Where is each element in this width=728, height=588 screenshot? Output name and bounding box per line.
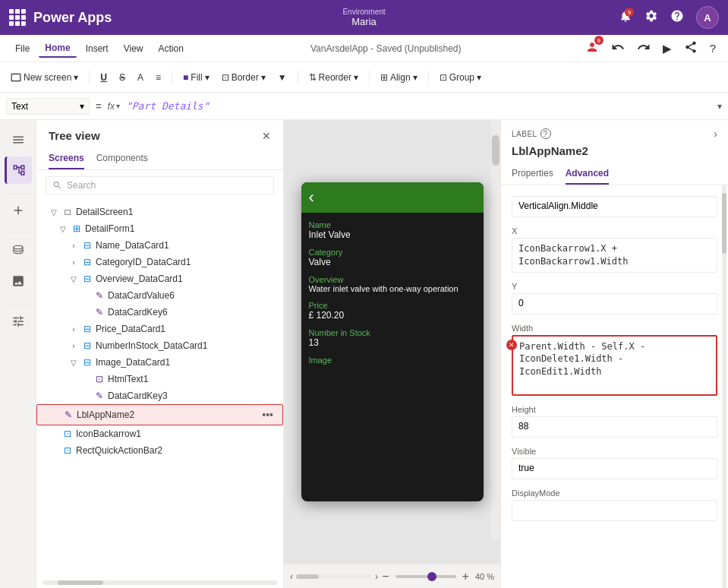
formula-input[interactable]	[126, 100, 711, 112]
canvas-vscroll[interactable]	[491, 120, 500, 539]
canvas-bottom-bar: ‹ › − + 40 %	[284, 564, 500, 588]
prop-value-Y[interactable]: 0	[512, 293, 717, 315]
reorder-button[interactable]: ⇅ Reorder ▾	[304, 69, 363, 86]
tree-close-icon[interactable]: ✕	[262, 130, 271, 142]
sidebar-settings-icon[interactable]	[5, 308, 32, 335]
node-label-Image_DataCard1: Image_DataCard1	[96, 357, 277, 368]
font-size-button[interactable]: A	[133, 69, 148, 86]
gear-icon[interactable]	[644, 9, 658, 26]
tree-node-Overview_DataCard1[interactable]: ▽ ⊟ Overview_DataCard1	[36, 270, 283, 287]
tab-screens[interactable]: Screens	[49, 148, 84, 169]
prop-value-Width[interactable]: Parent.Width - Self.X - IconDelete1.Widt…	[512, 335, 717, 396]
align-text-button[interactable]: ≡	[151, 69, 165, 86]
notif-badge: 9	[625, 8, 634, 17]
help-icon[interactable]	[670, 9, 684, 26]
sidebar-media-icon[interactable]	[5, 267, 32, 295]
label-help-icon[interactable]: ?	[540, 128, 551, 139]
tree-node-DataCardKey3[interactable]: ✎ DataCardKey3	[36, 387, 283, 404]
tree-node-RectQuickActionBar2[interactable]: ⊡ RectQuickActionBar2	[36, 442, 283, 459]
tree-node-DataCardValue6[interactable]: ✎ DataCardValue6	[36, 287, 283, 304]
datacard-icon: ⊟	[81, 239, 93, 251]
expand-Name_DataCard1[interactable]: ›	[68, 240, 79, 251]
waffle-icon[interactable]	[9, 9, 26, 26]
tree-node-DetailForm1[interactable]: ▽ ⊞ DetailForm1	[36, 220, 283, 237]
prop-value-X[interactable]: IconBackarrow1.X + IconBackarrow1.Width	[512, 238, 717, 273]
border-button[interactable]: ⊡ Border ▾	[217, 69, 270, 86]
expand-Overview_DataCard1[interactable]: ▽	[68, 273, 79, 284]
node-menu-LblAppName2[interactable]: •••	[259, 407, 276, 422]
menu-help-icon[interactable]: ?	[707, 39, 719, 58]
tree-node-HtmlText1[interactable]: ⊡ HtmlText1	[36, 371, 283, 387]
user-access-icon[interactable]: 9	[582, 37, 602, 59]
menu-file[interactable]: File	[9, 40, 36, 57]
sidebar-menu-icon[interactable]	[5, 126, 32, 153]
formula-fx[interactable]: fx ▾	[108, 101, 120, 112]
expand-NumberInStock_DataCard1[interactable]: ›	[68, 340, 79, 351]
scroll-track[interactable]	[296, 574, 372, 579]
formula-selector[interactable]: Text ▾	[6, 98, 90, 115]
underline-button[interactable]: U	[96, 69, 112, 86]
redo-icon[interactable]	[634, 37, 654, 59]
tree-node-Image_DataCard1[interactable]: ▽ ⊟ Image_DataCard1	[36, 354, 283, 371]
undo-icon[interactable]	[608, 37, 628, 59]
expand-DetailScreen1[interactable]: ▽	[49, 207, 59, 217]
sidebar-add-icon[interactable]	[5, 197, 32, 224]
notification-icon[interactable]: 9	[619, 9, 632, 26]
back-button[interactable]: ‹	[309, 188, 314, 207]
label-stock: Number in Stock	[309, 328, 476, 337]
sidebar-datasource-icon[interactable]	[5, 237, 32, 264]
menu-home[interactable]: Home	[39, 40, 76, 58]
tab-properties[interactable]: Properties	[512, 163, 553, 185]
menu-view[interactable]: View	[118, 40, 150, 57]
scroll-right[interactable]: ›	[375, 571, 378, 582]
search-input[interactable]	[67, 180, 267, 191]
tab-components[interactable]: Components	[96, 148, 148, 169]
datacard3-icon: ⊟	[81, 273, 93, 285]
prop-value-VerticalAlign[interactable]: VerticalAlign.Middle	[512, 196, 717, 217]
prop-value-Height[interactable]: 88	[512, 416, 717, 438]
canvas-content: ‹ Name Inlet Valve Category Valve Overvi…	[284, 120, 500, 564]
new-screen-button[interactable]: New screen ▾	[6, 69, 83, 86]
fill-button[interactable]: ■ Fill ▾	[178, 69, 214, 86]
play-icon[interactable]: ▶	[660, 39, 675, 58]
prop-value-Visible[interactable]: true	[512, 458, 717, 479]
sidebar-treeview-icon[interactable]	[5, 156, 32, 184]
tab-advanced[interactable]: Advanced	[566, 163, 609, 185]
zoom-plus[interactable]: +	[462, 570, 469, 583]
expand-Image_DataCard1[interactable]: ▽	[68, 357, 79, 368]
zoom-minus[interactable]: −	[382, 570, 389, 583]
zoom-slider[interactable]	[396, 575, 456, 578]
tree-scrollbar[interactable]	[43, 580, 277, 585]
share-icon[interactable]	[681, 37, 701, 59]
dropdown-arrow-button[interactable]: ▼	[273, 69, 292, 86]
tree-node-Name_DataCard1[interactable]: › ⊟ Name_DataCard1	[36, 237, 283, 254]
scroll-left[interactable]: ‹	[290, 571, 293, 582]
tree-node-NumberInStock_DataCard1[interactable]: › ⊟ NumberInStock_DataCard1	[36, 337, 283, 354]
strikethrough-button[interactable]: S	[115, 69, 130, 86]
align-button[interactable]: ⊞ Align ▾	[376, 69, 422, 86]
expand-Price_DataCard1[interactable]: ›	[68, 324, 79, 334]
panel-expand-icon[interactable]: ›	[714, 128, 717, 140]
group-button[interactable]: ⊡ Group ▾	[435, 69, 486, 86]
tree-node-DetailScreen1[interactable]: ▽ □ DetailScreen1	[36, 204, 283, 220]
menu-insert[interactable]: Insert	[80, 40, 115, 57]
tree-node-LblAppName2[interactable]: ✎ LblAppName2 •••	[36, 404, 283, 425]
user-avatar[interactable]: A	[696, 6, 719, 29]
expand-DetailForm1[interactable]: ▽	[58, 223, 68, 234]
tree-node-DataCardKey6[interactable]: ✎ DataCardKey6	[36, 304, 283, 321]
tree-node-IconBackarrow1[interactable]: ⊡ IconBackarrow1	[36, 425, 283, 442]
tree-search-box[interactable]	[46, 176, 274, 194]
formula-expand[interactable]: ▾	[717, 101, 722, 112]
expand-CategoryID_DataCard1[interactable]: ›	[68, 257, 79, 267]
node-label-DataCardKey3: DataCardKey3	[108, 390, 277, 401]
label-icon-2: ✎	[93, 306, 106, 318]
toolbar-sep-4	[369, 70, 370, 85]
sidebar-sep-2	[4, 233, 33, 234]
tree-node-CategoryID_DataCard1[interactable]: › ⊟ CategoryID_DataCard1	[36, 254, 283, 270]
prop-value-DisplayMode[interactable]	[512, 500, 717, 521]
env-label: Environment	[342, 8, 385, 16]
right-scrollbar[interactable]	[722, 185, 726, 588]
tree-node-Price_DataCard1[interactable]: › ⊟ Price_DataCard1	[36, 321, 283, 337]
menu-action[interactable]: Action	[153, 40, 190, 57]
node-label-IconBackarrow1: IconBackarrow1	[76, 428, 277, 439]
